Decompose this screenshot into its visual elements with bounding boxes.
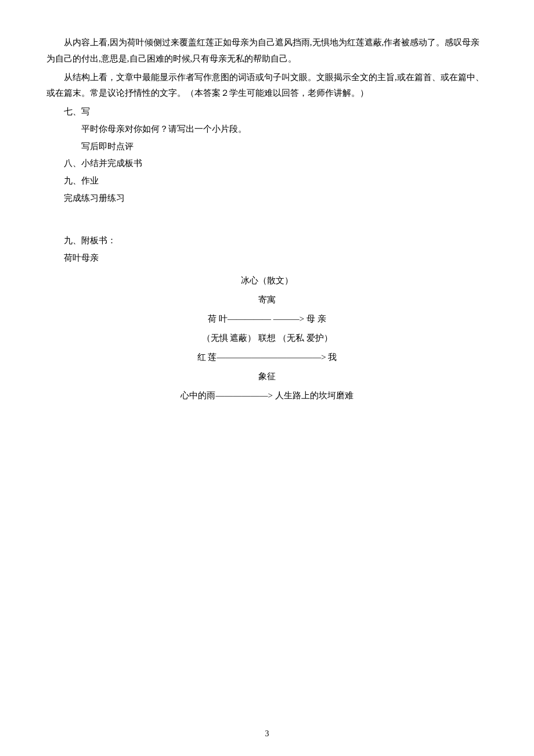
section-9a-label: 九、作业 — [46, 173, 488, 189]
diagram-line-1: 冰心（散文） — [46, 271, 488, 290]
page: 从内容上看,因为荷叶倾侧过来覆盖红莲正如母亲为自己遮风挡雨,无惧地为红莲遮蔽,作… — [0, 0, 534, 756]
paragraph-2: 从结构上看，文章中最能显示作者写作意图的词语或句子叫文眼。文眼揭示全文的主旨,或… — [46, 70, 488, 102]
paragraph-1: 从内容上看,因为荷叶倾侧过来覆盖红莲正如母亲为自己遮风挡雨,无惧地为红莲遮蔽,作… — [46, 35, 488, 67]
paragraph-2-text: 从结构上看，文章中最能显示作者写作意图的词语或句子叫文眼。文眼揭示全文的主旨,或… — [46, 73, 484, 98]
section-8-label: 八、小结并完成板书 — [46, 156, 488, 172]
diagram-line-5: 红 莲————————————> 我 — [46, 348, 488, 367]
page-number: 3 — [265, 729, 269, 739]
diagram-line-6: 象征 — [46, 367, 488, 386]
diagram-line-4: （无惧 遮蔽） 联想 （无私 爱护） — [46, 329, 488, 348]
section-9a-sub: 完成练习册练习 — [46, 190, 488, 207]
section-7-label: 七、写 — [46, 104, 488, 120]
diagram-line-3: 荷 叶————— ———> 母 亲 — [46, 309, 488, 329]
section-9b-title: 荷叶母亲 — [46, 250, 488, 267]
board-section: 九、附板书： 荷叶母亲 — [46, 233, 488, 267]
main-content: 从内容上看,因为荷叶倾侧过来覆盖红莲正如母亲为自己遮风挡雨,无惧地为红莲遮蔽,作… — [46, 35, 488, 405]
paragraph-1-text: 从内容上看,因为荷叶倾侧过来覆盖红莲正如母亲为自己遮风挡雨,无惧地为红莲遮蔽,作… — [46, 38, 479, 63]
section-9b-label: 九、附板书： — [46, 233, 488, 249]
board-diagram: 冰心（散文） 寄寓 荷 叶————— ———> 母 亲 （无惧 遮蔽） 联想 （… — [46, 271, 488, 405]
section-7-sub2: 写后即时点评 — [46, 139, 488, 155]
diagram-line-7: 心中的雨——————> 人生路上的坎坷磨难 — [46, 386, 488, 405]
section-7-sub1: 平时你母亲对你如何？请写出一个小片段。 — [46, 121, 488, 138]
diagram-line-2: 寄寓 — [46, 290, 488, 309]
